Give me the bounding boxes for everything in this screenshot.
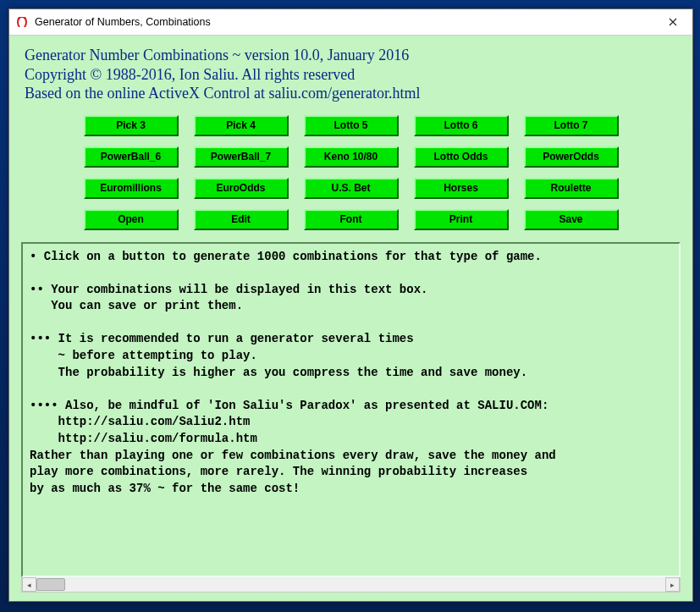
desktop-background: Generator of Numbers, Combinations Gener… xyxy=(0,0,700,612)
euromillions-button[interactable]: Euromillions xyxy=(84,178,179,199)
lotto-6-button[interactable]: Lotto 6 xyxy=(414,115,509,136)
font-button[interactable]: Font xyxy=(304,209,399,230)
app-window: Generator of Numbers, Combinations Gener… xyxy=(8,8,693,602)
us-bet-button[interactable]: U.S. Bet xyxy=(304,178,399,199)
chevron-right-icon: ▸ xyxy=(670,581,675,589)
output-wrap: ◂ ▸ xyxy=(21,242,681,593)
header-line-3: Based on the online ActiveX Control at s… xyxy=(25,84,681,103)
scroll-track[interactable] xyxy=(36,577,665,592)
header-line-2: Copyright © 1988-2016, Ion Saliu. All ri… xyxy=(25,65,681,85)
print-button[interactable]: Print xyxy=(414,209,509,230)
powerball-6-button[interactable]: PowerBall_6 xyxy=(84,146,179,168)
button-grid: Pick 3 Pick 4 Lotto 5 Lotto 6 Lotto 7 Po… xyxy=(84,115,619,230)
power-odds-button[interactable]: PowerOdds xyxy=(524,146,619,168)
lotto-odds-button[interactable]: Lotto Odds xyxy=(414,146,509,168)
horizontal-scrollbar[interactable]: ◂ ▸ xyxy=(21,577,681,593)
keno-10-80-button[interactable]: Keno 10/80 xyxy=(304,146,399,168)
scroll-left-button[interactable]: ◂ xyxy=(22,577,36,592)
pick-3-button[interactable]: Pick 3 xyxy=(84,115,179,136)
app-icon-horseshoe xyxy=(14,14,30,30)
open-button[interactable]: Open xyxy=(84,209,179,230)
save-button[interactable]: Save xyxy=(524,209,619,230)
euro-odds-button[interactable]: EuroOdds xyxy=(194,178,289,199)
edit-button[interactable]: Edit xyxy=(194,209,289,230)
header-line-1: Generator Number Combinations ~ version … xyxy=(25,46,681,65)
output-textbox[interactable] xyxy=(21,242,681,578)
roulette-button[interactable]: Roulette xyxy=(524,178,619,199)
lotto-5-button[interactable]: Lotto 5 xyxy=(304,115,399,136)
titlebar[interactable]: Generator of Numbers, Combinations xyxy=(9,9,692,36)
pick-4-button[interactable]: Pick 4 xyxy=(194,115,289,136)
close-icon xyxy=(669,15,677,29)
chevron-left-icon: ◂ xyxy=(27,581,31,589)
lotto-7-button[interactable]: Lotto 7 xyxy=(524,115,619,136)
scroll-thumb[interactable] xyxy=(36,578,65,591)
close-button[interactable] xyxy=(653,9,692,35)
client-area: Generator Number Combinations ~ version … xyxy=(9,36,692,601)
window-title: Generator of Numbers, Combinations xyxy=(35,16,653,28)
header-block: Generator Number Combinations ~ version … xyxy=(25,46,681,103)
powerball-7-button[interactable]: PowerBall_7 xyxy=(194,146,289,168)
horses-button[interactable]: Horses xyxy=(414,178,509,199)
scroll-right-button[interactable]: ▸ xyxy=(665,577,680,592)
